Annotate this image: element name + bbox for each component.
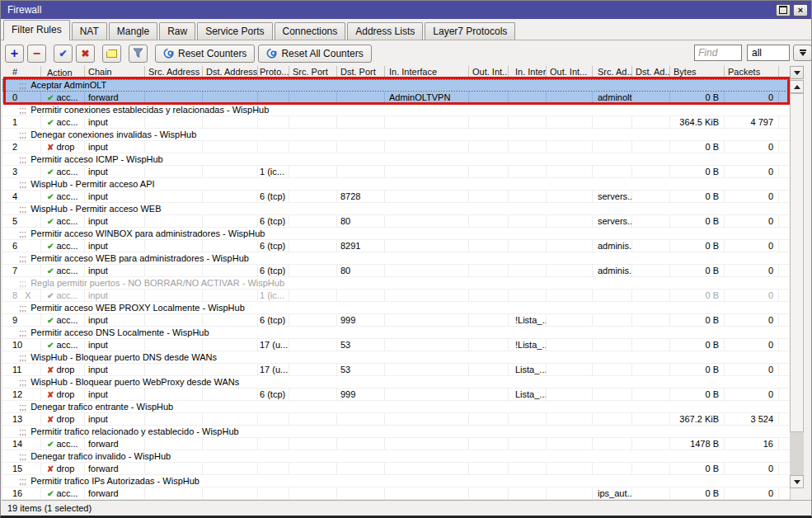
- rule-row[interactable]: 3✔acc...input1 (ic...0 B0: [2, 166, 790, 178]
- column-header-src-address[interactable]: Src. Address: [145, 66, 203, 78]
- column-header-src-port[interactable]: Src. Port: [289, 66, 337, 78]
- comment-row[interactable]: ;;;Permitir acceso ICMP - WispHub: [2, 153, 790, 166]
- add-rule-button[interactable]: +: [5, 45, 24, 63]
- column-header-proto-[interactable]: Proto...: [258, 66, 289, 78]
- column-header-dst-address[interactable]: Dst. Address: [203, 66, 258, 78]
- cell-dst_addr: [203, 314, 258, 327]
- cell-src_port: [289, 388, 337, 401]
- rule-row[interactable]: 2✘dropinput0 B0: [2, 141, 790, 153]
- cell-num: 11: [2, 364, 41, 376]
- column-header-chain[interactable]: Chain: [85, 66, 145, 78]
- comment-row[interactable]: ;;;Aceptar AdminOLT: [2, 79, 790, 92]
- rule-row[interactable]: 12✘dropinput6 (tcp)999Lista_...0 B0: [2, 388, 790, 401]
- tab-nat[interactable]: NAT: [72, 22, 107, 40]
- comment-row[interactable]: ;;;WispHub - Bloquear puerto DNS desde W…: [2, 351, 790, 364]
- column-header-bytes[interactable]: Bytes: [670, 66, 725, 78]
- column-header-action[interactable]: Action: [41, 66, 85, 78]
- scroll-down-button[interactable]: [790, 475, 804, 488]
- comment-row[interactable]: ;;;WispHub - Bloquear puerto WebProxy de…: [2, 376, 790, 388]
- action-label: acc...: [56, 191, 77, 203]
- rule-row[interactable]: 11✘dropinput17 (u...53Lista_...0 B0: [2, 364, 790, 376]
- comment-row[interactable]: ;;;Denegar trafico entrante - WispHub: [2, 401, 790, 413]
- comment-row[interactable]: ;;;Permitir trafico IPs Autorizadas - Wi…: [2, 475, 790, 487]
- column-header-#[interactable]: #: [2, 66, 41, 78]
- cell-dst_addr: [203, 265, 258, 277]
- cell-src_addr: [145, 116, 203, 129]
- column-header-packets[interactable]: Packets: [725, 66, 779, 78]
- tab-connections[interactable]: Connections: [275, 22, 346, 40]
- comment-row[interactable]: ;;;Permitir acceso DNS Localmente - Wisp…: [2, 327, 790, 339]
- comment-row[interactable]: ;;;Permitir acceso WEB para administrado…: [2, 252, 790, 265]
- tab-raw[interactable]: Raw: [159, 22, 195, 40]
- comment-row[interactable]: ;;;Permitir trafico relacionado y establ…: [2, 426, 790, 438]
- remove-rule-button[interactable]: −: [27, 45, 46, 63]
- comment-row[interactable]: ;;;WispHub - Permitir acceso WEB: [2, 203, 790, 215]
- drop-action-icon: ✘: [47, 366, 54, 374]
- rule-row[interactable]: 16✔acc...forwardips_aut...0 B0: [2, 487, 790, 500]
- cell-in_list: [509, 290, 547, 302]
- cell-bytes: 0 B: [670, 191, 725, 203]
- rule-row[interactable]: 5✔acc...input6 (tcp)80servers...0 B0: [2, 215, 790, 228]
- tab-service-ports[interactable]: Service Ports: [197, 22, 272, 40]
- comment-text: WispHub - Permitir acceso API: [31, 178, 154, 191]
- cell-dst_port: [337, 413, 385, 426]
- comment-row[interactable]: ;;;WispHub - Permitir acceso API: [2, 178, 790, 191]
- rule-row[interactable]: 4✔acc...input6 (tcp)8728servers...0 B0: [2, 191, 790, 203]
- cell-src_addr: [145, 438, 203, 450]
- accept-action-icon: ✔: [47, 119, 54, 127]
- rule-row[interactable]: 6✔acc...input6 (tcp)8291adminis...0 B0: [2, 240, 790, 252]
- tab-filter-rules[interactable]: Filter Rules: [3, 20, 70, 40]
- rule-row[interactable]: 15✘dropforward0 B0: [2, 463, 790, 475]
- comment-row[interactable]: ;;;Permitir conexiones establecidas y re…: [2, 104, 790, 116]
- maximize-button[interactable]: [776, 4, 791, 16]
- dropdown-arrow-icon: [800, 49, 806, 56]
- column-header-src-ad-[interactable]: Src. Ad...: [593, 66, 632, 78]
- column-menu-button[interactable]: [790, 66, 804, 79]
- comment-row[interactable]: ;;;Permitir acceso WEB PROXY Localmente …: [2, 302, 790, 314]
- rule-row[interactable]: 9✔acc...input6 (tcp)999!Lista_...0 B0: [2, 314, 790, 327]
- comment-row[interactable]: ;;;Permitir acceso WINBOX para administr…: [2, 228, 790, 240]
- comment-row[interactable]: ;;;Regla permitir puertos - NO BORRAR/NO…: [2, 277, 790, 290]
- tab-layer7-protocols[interactable]: Layer7 Protocols: [425, 22, 515, 40]
- column-header-end[interactable]: [779, 66, 790, 78]
- cell-chain: input: [85, 290, 145, 302]
- cell-proto: 6 (tcp): [258, 191, 289, 203]
- rule-row[interactable]: 1✔acc...input364.5 KiB4 797: [2, 116, 790, 129]
- rule-row[interactable]: 8X✔acc...input1 (ic...0 B0: [2, 290, 790, 302]
- close-button[interactable]: ×: [793, 4, 808, 16]
- column-header-dst-port[interactable]: Dst. Port: [337, 66, 385, 78]
- accept-action-icon: ✔: [47, 440, 54, 449]
- rule-row[interactable]: 0✔acc...forwardAdminOLTVPNadminolt0 B0: [2, 92, 790, 104]
- comment-row[interactable]: ;;;Denegar conexiones invalidas - WispHu…: [2, 129, 790, 141]
- cell-dst_addr: [203, 487, 258, 500]
- enable-rule-button[interactable]: ✔: [54, 45, 73, 63]
- column-header-out-int-[interactable]: Out. Int...: [547, 66, 593, 78]
- cell-packets: 0: [725, 191, 779, 203]
- rule-row[interactable]: 14✔acc...forward1478 B16: [2, 438, 790, 450]
- find-input[interactable]: [694, 45, 742, 61]
- cell-in_iface: [385, 240, 469, 252]
- column-header-dst-ad-[interactable]: Dst. Ad...: [632, 66, 670, 78]
- comment-row[interactable]: ;;;Denegar trafico invalido - WispHub: [2, 450, 790, 463]
- rule-row[interactable]: 10✔acc...input17 (u...53!Lista_...0 B0: [2, 339, 790, 351]
- window-title: Firewall: [7, 4, 773, 16]
- rule-row[interactable]: 13✘dropinput367.2 KiB3 524: [2, 413, 790, 426]
- tab-mangle[interactable]: Mangle: [109, 22, 157, 40]
- rule-row[interactable]: 7✔acc...input6 (tcp)80adminis...0 B0: [2, 265, 790, 277]
- comment-button[interactable]: [102, 45, 121, 63]
- reset-counters-button[interactable]: Reset Counters: [155, 45, 255, 63]
- disable-rule-button[interactable]: ✖: [76, 45, 95, 63]
- column-header-in-interface[interactable]: In. Interface: [385, 66, 469, 78]
- cell-dst_port: 8291: [337, 240, 385, 252]
- column-header-out-int-[interactable]: Out. Int...: [469, 66, 509, 78]
- scroll-up-button[interactable]: [790, 80, 804, 93]
- filter-button[interactable]: [129, 45, 148, 63]
- reset-all-counters-button[interactable]: Reset All Counters: [258, 45, 371, 63]
- quick-find-dropdown-button[interactable]: [793, 45, 812, 61]
- cell-in_list: [509, 413, 547, 426]
- tab-address-lists[interactable]: Address Lists: [347, 22, 423, 40]
- cell-in_iface: [385, 463, 469, 475]
- filter-scope-select[interactable]: all: [747, 45, 790, 61]
- scrollbar-thumb[interactable]: [790, 93, 804, 432]
- column-header-in-inter-[interactable]: In. Inter...: [509, 66, 547, 78]
